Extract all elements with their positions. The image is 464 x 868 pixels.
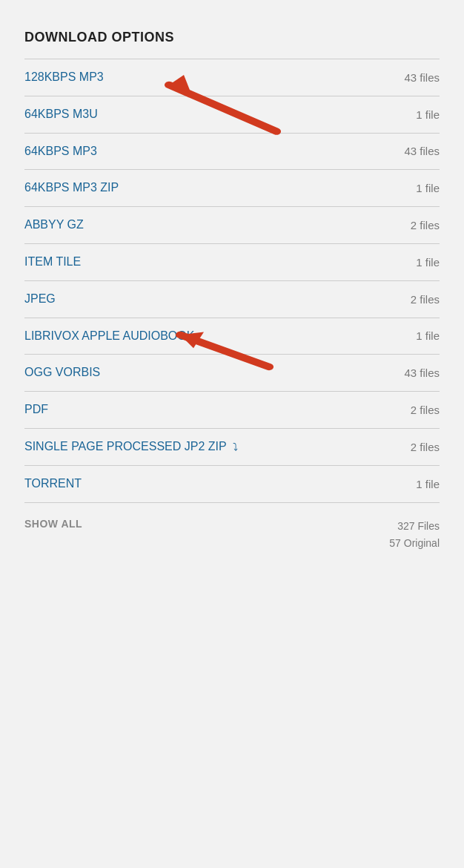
download-item-label-4[interactable]: ABBYY GZ: [24, 217, 411, 233]
download-item-count-7: 1 file: [416, 329, 440, 342]
show-all-label[interactable]: SHOW ALL: [24, 518, 82, 530]
download-item-label-9[interactable]: PDF: [24, 402, 411, 418]
download-panel: DOWNLOAD OPTIONS 128KBPS MP343 files64KB…: [24, 30, 440, 553]
download-item: 128KBPS MP343 files: [24, 59, 440, 96]
download-item-count-8: 43 files: [404, 366, 440, 379]
download-item: 64KBPS M3U1 file: [24, 96, 440, 134]
download-item: LIBRIVOX APPLE AUDIOBOOK1 file: [24, 318, 440, 355]
download-item-label-6[interactable]: JPEG: [24, 292, 411, 307]
download-item-count-1: 1 file: [416, 108, 440, 121]
download-item-count-10: 2 files: [411, 441, 440, 453]
download-item-count-9: 2 files: [411, 404, 440, 416]
download-item: OGG VORBIS43 files: [24, 355, 440, 392]
download-item-label-10[interactable]: SINGLE PAGE PROCESSED JP2 ZIP ⤵: [24, 439, 411, 455]
totals: 327 Files 57 Original: [389, 518, 440, 553]
total-original: 57 Original: [389, 535, 440, 553]
download-item-label-3[interactable]: 64KBPS MP3 ZIP: [24, 180, 416, 196]
download-item: SINGLE PAGE PROCESSED JP2 ZIP ⤵2 files: [24, 429, 440, 466]
download-item-count-4: 2 files: [411, 219, 440, 231]
chevron-icon: ⤵: [233, 440, 238, 453]
download-item: ITEM TILE1 file: [24, 244, 440, 281]
download-item: 64KBPS MP3 ZIP1 file: [24, 170, 440, 207]
download-item-label-0[interactable]: 128KBPS MP3: [24, 70, 404, 85]
download-item-label-5[interactable]: ITEM TILE: [24, 254, 416, 270]
download-item-count-11: 1 file: [416, 478, 440, 490]
total-files: 327 Files: [389, 518, 440, 536]
download-item-count-5: 1 file: [416, 256, 440, 269]
download-item-label-8[interactable]: OGG VORBIS: [24, 365, 404, 381]
download-item-count-3: 1 file: [416, 182, 440, 194]
download-item-count-2: 43 files: [404, 145, 440, 157]
download-item-label-1[interactable]: 64KBPS M3U: [24, 107, 416, 122]
download-items-list: 128KBPS MP343 files64KBPS M3U1 file64KBP…: [24, 59, 440, 503]
download-item-count-6: 2 files: [411, 293, 440, 306]
download-item: PDF2 files: [24, 392, 440, 429]
download-item: TORRENT1 file: [24, 466, 440, 503]
download-item: JPEG2 files: [24, 281, 440, 318]
download-item-count-0: 43 files: [404, 71, 440, 84]
download-item: ABBYY GZ2 files: [24, 207, 440, 244]
download-item-label-2[interactable]: 64KBPS MP3: [24, 144, 404, 160]
download-item-label-11[interactable]: TORRENT: [24, 476, 416, 492]
download-item-label-7[interactable]: LIBRIVOX APPLE AUDIOBOOK: [24, 329, 416, 344]
show-all-row: SHOW ALL 327 Files 57 Original: [24, 518, 440, 553]
download-item: 64KBPS MP343 files: [24, 134, 440, 171]
panel-title: DOWNLOAD OPTIONS: [24, 30, 440, 45]
